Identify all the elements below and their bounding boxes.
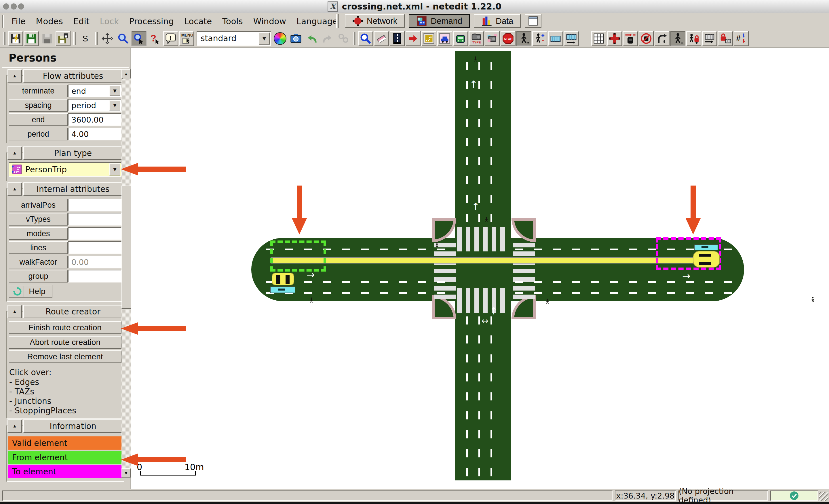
spread-vehicles-toggle[interactable] (639, 31, 654, 46)
remove-last-element-button[interactable]: Remove last element (9, 350, 121, 363)
person-mode-button[interactable] (516, 31, 531, 46)
save-all-button[interactable] (56, 31, 71, 46)
modes-label-button[interactable]: modes (9, 227, 68, 240)
stop-mode-engine-button[interactable] (485, 31, 500, 46)
camera-icon (290, 33, 302, 44)
supermode-grip[interactable] (336, 14, 339, 28)
context-help-button[interactable]: ? (147, 31, 163, 46)
supermode-data-button[interactable]: Data (474, 14, 521, 28)
period-field[interactable]: 4.00 (68, 128, 121, 141)
delete-mode-button[interactable] (374, 31, 389, 46)
walkfactor-field[interactable]: 0.00 (68, 256, 121, 268)
spacing-dropdown-icon[interactable]: ▼ (109, 100, 120, 111)
attribute-row-terminate: terminate end ▼ (9, 85, 121, 97)
type-mode-button[interactable] (453, 31, 468, 46)
vtype-mode-button[interactable]: TYPE (469, 31, 484, 46)
supermode-network-button[interactable]: Network (345, 14, 405, 28)
internal-collapse-button[interactable]: ▲ (7, 182, 22, 196)
terminate-label-button[interactable]: terminate (9, 85, 68, 97)
message-window-button[interactable]: ! (163, 31, 178, 46)
select-mode-button[interactable] (390, 31, 405, 46)
stop-sign-mode-button[interactable]: STOP (501, 31, 515, 46)
end-field[interactable]: 3600.00 (68, 113, 121, 126)
screenshot-button[interactable] (288, 31, 303, 46)
vtypes-field[interactable] (68, 213, 121, 226)
junction-shape-toggle[interactable] (607, 31, 622, 46)
inspect-mode-button[interactable] (358, 31, 373, 46)
route-collapse-button[interactable]: ▲ (7, 305, 22, 318)
menu-toggle-button[interactable]: MENU (179, 31, 194, 46)
abort-route-creation-button[interactable]: Abort route creation (9, 336, 121, 349)
group-label-button[interactable]: group (9, 270, 68, 282)
s-mode-button[interactable]: S (78, 31, 93, 46)
menu-processing[interactable]: Processing (124, 14, 179, 28)
show-grid-toggle[interactable] (591, 31, 606, 46)
flow-collapse-button[interactable]: ▲ (7, 69, 22, 83)
view-settings-button[interactable] (273, 31, 288, 46)
menubar-grip[interactable] (2, 15, 5, 28)
menu-file[interactable]: File (6, 14, 31, 28)
modes-field[interactable] (68, 227, 121, 240)
network-view-canvas[interactable]: ↑ ↑ → → ↑ ↔ 0 10m (131, 48, 829, 489)
period-label-button[interactable]: period (9, 128, 68, 141)
toolbar-grip-3[interactable] (95, 32, 98, 45)
window-list-button[interactable] (525, 14, 541, 28)
terminate-dropdown-icon[interactable]: ▼ (109, 86, 120, 96)
scrollbar-up-icon[interactable]: ▲ (121, 69, 131, 78)
trip-spawn-toggle[interactable]: # (734, 31, 749, 46)
scrollbar-down-icon[interactable]: ▼ (121, 468, 131, 477)
plan-type-combobox[interactable]: PersonTrip ▼ (9, 162, 121, 177)
pan-view-button[interactable] (100, 31, 115, 46)
vehicle-geometry-toggle[interactable] (623, 31, 638, 46)
menu-locate[interactable]: Locate (179, 14, 217, 28)
information-collapse-button[interactable]: ▲ (7, 419, 22, 433)
arrivalpos-field[interactable] (68, 199, 121, 211)
move-mode-button[interactable] (405, 31, 421, 46)
toolbar-grip-1[interactable] (3, 32, 6, 45)
vehicle-east[interactable] (693, 251, 720, 268)
terminate-combobox[interactable]: end ▼ (68, 85, 121, 97)
save-sumo-config-button[interactable] (24, 31, 39, 46)
arrivalpos-label-button[interactable]: arrivalPos (9, 199, 68, 211)
spacing-label-button[interactable]: spacing (9, 99, 68, 112)
menu-window[interactable]: Window (248, 14, 291, 28)
save-network-button[interactable] (8, 31, 23, 46)
supermode-demand-button[interactable]: Demand (409, 14, 470, 28)
personplan-mode-button[interactable] (532, 31, 547, 46)
containerplan-mode-button[interactable] (564, 31, 579, 46)
show-containers-toggle[interactable] (702, 31, 717, 46)
combo-dropdown-icon[interactable]: ▼ (259, 33, 270, 45)
toolbar-grip-4[interactable] (354, 32, 356, 45)
finish-route-creation-button[interactable]: Finish route creation (9, 321, 121, 334)
group-field[interactable] (68, 270, 121, 282)
vehicle-mode-button[interactable] (437, 31, 452, 46)
spacing-combobox[interactable]: period ▼ (68, 99, 121, 112)
vtypes-label-button[interactable]: vTypes (9, 213, 68, 226)
lines-field[interactable] (68, 241, 121, 254)
show-all-persons-toggle[interactable] (686, 31, 701, 46)
help-button[interactable]: Help (9, 285, 52, 298)
resize-grip[interactable] (819, 492, 828, 501)
show-connections-toggle[interactable] (655, 31, 670, 46)
end-label-button[interactable]: end (9, 113, 68, 126)
plan-dropdown-icon[interactable]: ▼ (109, 163, 120, 176)
walkfactor-label-button[interactable]: walkFactor (9, 256, 68, 268)
lock-person-toggle[interactable] (671, 31, 685, 46)
view-preset-combobox[interactable]: standard ▼ (196, 31, 271, 46)
undo-button[interactable] (304, 31, 319, 46)
zoom-pointer-button[interactable] (132, 31, 146, 46)
toolbar-grip-2[interactable] (73, 32, 76, 45)
vehicle-west[interactable] (272, 273, 294, 285)
from-edge-highlight[interactable] (270, 240, 326, 272)
route-mode-button[interactable] (422, 31, 436, 46)
menu-edit[interactable]: Edit (68, 14, 95, 28)
lines-label-button[interactable]: lines (9, 241, 68, 254)
personplan-mode-icon (534, 33, 545, 44)
menu-modes[interactable]: Modes (31, 14, 68, 28)
menu-tools[interactable]: Tools (217, 14, 248, 28)
lock-container-toggle[interactable] (718, 31, 733, 46)
container-mode-button[interactable] (548, 31, 563, 46)
plan-collapse-button[interactable]: ▲ (7, 146, 22, 160)
scrollbar-thumb[interactable] (121, 186, 132, 309)
zoom-button[interactable] (116, 31, 131, 46)
